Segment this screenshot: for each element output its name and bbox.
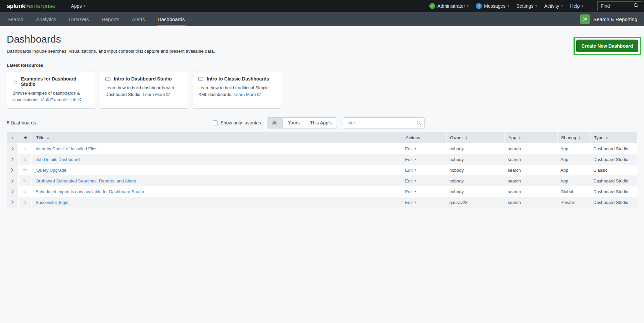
column-header-sharing[interactable]: Sharing▲▼ bbox=[557, 132, 590, 143]
link-label: Visit Example Hub bbox=[41, 97, 77, 102]
dashboard-title-link[interactable]: Scheduled export is now available for Da… bbox=[36, 189, 144, 194]
dashboard-title-link[interactable]: Integrity Check of Installed Files bbox=[36, 146, 97, 151]
dashboard-title-link[interactable]: jQuery Upgrade bbox=[36, 168, 66, 173]
expand-row-button[interactable] bbox=[7, 175, 19, 186]
tab-label: Reports bbox=[102, 16, 119, 22]
app-nav-bar: Search Analytics Datasets Reports Alerts… bbox=[0, 12, 644, 26]
tab-reports[interactable]: Reports bbox=[101, 12, 120, 26]
table-row: ☆ Scheduled export is now available for … bbox=[7, 186, 637, 197]
owner-cell: nobody bbox=[446, 186, 504, 197]
learn-more-link[interactable]: Learn More bbox=[143, 92, 169, 97]
column-label: Sharing bbox=[561, 135, 576, 140]
dashboard-title-link[interactable]: Successful_login bbox=[36, 200, 68, 205]
settings-menu[interactable]: Settings ▾ bbox=[516, 3, 537, 9]
chevron-down-icon: ▾ bbox=[582, 4, 583, 8]
type-cell: Classic bbox=[590, 165, 637, 175]
expand-row-button[interactable] bbox=[7, 165, 19, 175]
card-examples-dashboard-studio: ☆ Examples for Dashboard Studio Browse e… bbox=[7, 71, 95, 109]
column-header-title[interactable]: Title▲ bbox=[32, 132, 402, 143]
sharing-cell: Private bbox=[557, 197, 590, 208]
dashboard-title-cell: Scheduled export is now available for Da… bbox=[32, 186, 402, 197]
tab-alerts[interactable]: Alerts bbox=[131, 12, 145, 26]
edit-menu[interactable]: Edit bbox=[405, 189, 412, 194]
sort-ascending-icon: ▲ bbox=[47, 136, 49, 139]
help-menu[interactable]: Help ▾ bbox=[570, 3, 583, 9]
owner-cell: nobody bbox=[446, 165, 504, 175]
edit-menu[interactable]: Edit bbox=[405, 178, 412, 183]
sort-icon: ▲▼ bbox=[606, 136, 608, 140]
favorite-toggle[interactable]: ☆ bbox=[19, 154, 32, 165]
column-header-actions: Actions bbox=[402, 132, 446, 143]
dashboard-title-link[interactable]: Orphaned Scheduled Searches, Reports, an… bbox=[36, 178, 136, 183]
column-label: Actions bbox=[406, 135, 420, 140]
expand-row-button[interactable] bbox=[7, 197, 19, 208]
logo-gt-icon: > bbox=[25, 3, 29, 10]
card-header: ☆ Examples for Dashboard Studio bbox=[12, 76, 90, 87]
favorite-toggle[interactable]: ☆ bbox=[19, 197, 32, 208]
page-description: Dashboards include searches, visualizati… bbox=[7, 49, 637, 54]
app-cell: search bbox=[504, 175, 557, 186]
dashboard-title-link[interactable]: Job Details Dashboard bbox=[36, 157, 80, 162]
splunk-logo[interactable]: splunk>enterprise bbox=[7, 3, 56, 10]
favorite-toggle[interactable]: ☆ bbox=[19, 175, 32, 186]
main-content: Create New Dashboard Dashboards Dashboar… bbox=[0, 34, 644, 208]
user-status-icon: ✓ bbox=[429, 3, 435, 9]
column-header-type[interactable]: Type▲▼ bbox=[590, 132, 637, 143]
tab-search[interactable]: Search bbox=[7, 12, 24, 26]
app-cell: search bbox=[504, 154, 557, 165]
chevron-right-icon bbox=[11, 179, 14, 183]
edit-menu[interactable]: Edit bbox=[405, 146, 412, 151]
find-search-box[interactable] bbox=[597, 1, 642, 11]
favorite-toggle[interactable]: ☆ bbox=[19, 165, 32, 175]
messages-count-badge: 1 bbox=[476, 3, 482, 9]
table-row: ☆ jQuery Upgrade Edit▼ nobody search App… bbox=[7, 165, 637, 175]
tab-dashboards[interactable]: Dashboards bbox=[157, 12, 186, 26]
tab-datasets[interactable]: Datasets bbox=[68, 12, 90, 26]
topbar-right-menu: ✓ Administrator ▾ 1 Messages ▾ Settings … bbox=[429, 1, 642, 11]
current-app[interactable]: > Search & Reporting bbox=[580, 12, 637, 26]
filter-controls: Show only favorites All Yours This App's bbox=[213, 117, 425, 128]
actions-cell: Edit▼ bbox=[402, 154, 446, 165]
favorites-checkbox[interactable] bbox=[213, 120, 218, 125]
edit-menu[interactable]: Edit bbox=[405, 200, 412, 205]
filter-all-button[interactable]: All bbox=[267, 118, 283, 128]
latest-resources-heading: Latest Resources bbox=[7, 63, 637, 68]
apps-menu[interactable]: Apps ▾ bbox=[71, 3, 85, 9]
list-controls: 6 Dashboards Show only favorites All You… bbox=[7, 117, 637, 128]
filter-input[interactable] bbox=[343, 117, 425, 128]
sort-icon: ▲▼ bbox=[465, 136, 467, 140]
table-row: ☆ Orphaned Scheduled Searches, Reports, … bbox=[7, 175, 637, 186]
favorite-toggle[interactable]: ☆ bbox=[19, 186, 32, 197]
expand-row-button[interactable] bbox=[7, 143, 19, 154]
filter-yours-button[interactable]: Yours bbox=[283, 118, 305, 128]
show-only-favorites-toggle[interactable]: Show only favorites bbox=[213, 120, 261, 125]
messages-menu[interactable]: 1 Messages ▾ bbox=[476, 3, 509, 9]
tab-label: Search bbox=[7, 16, 23, 22]
filter-this-apps-button[interactable]: This App's bbox=[305, 118, 337, 128]
create-new-dashboard-button[interactable]: Create New Dashboard bbox=[576, 40, 638, 52]
learn-more-link[interactable]: Learn More bbox=[234, 92, 260, 97]
card-body: Learn how to build traditional Simple XM… bbox=[198, 85, 276, 98]
favorite-toggle[interactable]: ☆ bbox=[19, 143, 32, 154]
user-menu[interactable]: ✓ Administrator ▾ bbox=[429, 3, 468, 9]
expand-row-button[interactable] bbox=[7, 154, 19, 165]
expand-row-button[interactable] bbox=[7, 186, 19, 197]
sort-icon: ▲▼ bbox=[518, 136, 521, 140]
edit-menu[interactable]: Edit bbox=[405, 168, 412, 173]
owner-cell: nobody bbox=[446, 154, 504, 165]
edit-menu[interactable]: Edit bbox=[405, 157, 412, 162]
activity-menu[interactable]: Activity ▾ bbox=[544, 3, 563, 9]
column-header-favorite[interactable]: ★ bbox=[19, 132, 32, 143]
type-cell: Dashboard Studio bbox=[590, 143, 637, 154]
visit-example-hub-link[interactable]: Visit Example Hub bbox=[41, 97, 81, 102]
tab-analytics[interactable]: Analytics bbox=[36, 12, 57, 26]
find-search-input[interactable] bbox=[601, 3, 634, 9]
column-label: Title bbox=[36, 135, 44, 140]
table-row: ☆ Successful_login Edit▼ gaurav23 search… bbox=[7, 197, 637, 208]
column-header-owner[interactable]: Owner▲▼ bbox=[446, 132, 504, 143]
owner-cell: nobody bbox=[446, 175, 504, 186]
column-header-app[interactable]: App▲▼ bbox=[504, 132, 557, 143]
owner-cell: nobody bbox=[446, 143, 504, 154]
book-icon bbox=[105, 77, 110, 81]
sharing-cell: App bbox=[557, 165, 590, 175]
